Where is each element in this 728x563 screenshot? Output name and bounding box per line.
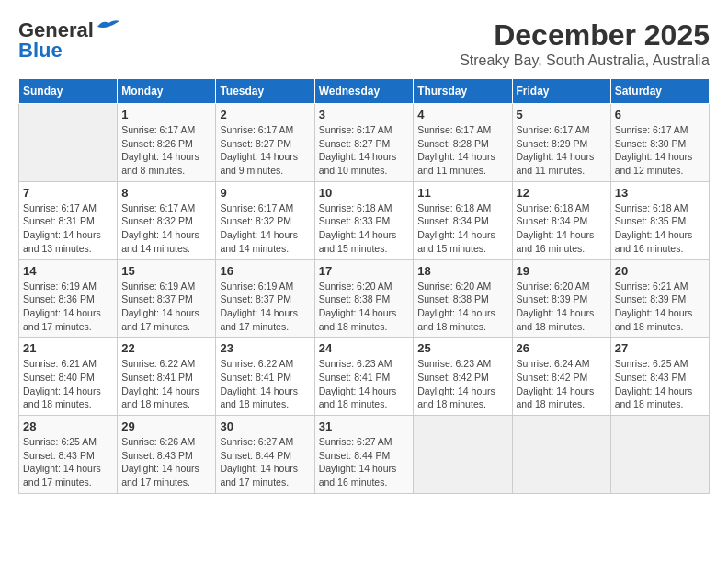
- calendar-cell: 2Sunrise: 6:17 AMSunset: 8:27 PMDaylight…: [216, 104, 314, 182]
- day-info: Sunrise: 6:26 AMSunset: 8:43 PMDaylight:…: [121, 435, 211, 489]
- day-number: 20: [615, 264, 705, 278]
- calendar-cell: 27Sunrise: 6:25 AMSunset: 8:43 PMDayligh…: [610, 338, 709, 416]
- calendar-body: 1Sunrise: 6:17 AMSunset: 8:26 PMDaylight…: [19, 104, 710, 494]
- calendar-cell: 29Sunrise: 6:26 AMSunset: 8:43 PMDayligh…: [118, 416, 216, 494]
- logo-bird-icon: [96, 17, 121, 36]
- header-cell-friday: Friday: [512, 79, 610, 104]
- day-number: 15: [121, 264, 211, 278]
- day-number: 17: [319, 264, 410, 278]
- calendar-cell: 8Sunrise: 6:17 AMSunset: 8:32 PMDaylight…: [118, 181, 216, 259]
- day-info: Sunrise: 6:23 AMSunset: 8:42 PMDaylight:…: [417, 357, 507, 411]
- day-number: 23: [220, 341, 310, 355]
- day-number: 7: [23, 186, 113, 200]
- header-cell-thursday: Thursday: [414, 79, 512, 104]
- day-info: Sunrise: 6:18 AMSunset: 8:33 PMDaylight:…: [319, 201, 410, 256]
- day-info: Sunrise: 6:24 AMSunset: 8:42 PMDaylight:…: [517, 357, 607, 411]
- calendar-cell: 22Sunrise: 6:22 AMSunset: 8:41 PMDayligh…: [118, 338, 216, 416]
- day-info: Sunrise: 6:17 AMSunset: 8:28 PMDaylight:…: [417, 123, 507, 178]
- calendar-cell: 21Sunrise: 6:21 AMSunset: 8:40 PMDayligh…: [19, 338, 118, 416]
- calendar-title: December 2025: [460, 18, 710, 52]
- week-row-5: 28Sunrise: 6:25 AMSunset: 8:43 PMDayligh…: [19, 416, 710, 494]
- day-number: 18: [417, 264, 507, 278]
- day-number: 29: [121, 419, 211, 433]
- calendar-header: SundayMondayTuesdayWednesdayThursdayFrid…: [19, 79, 710, 104]
- day-number: 9: [220, 186, 310, 200]
- day-number: 14: [23, 264, 113, 278]
- logo: General Blue: [18, 18, 121, 63]
- calendar-cell: [414, 416, 512, 494]
- day-number: 30: [220, 419, 310, 433]
- day-number: 8: [121, 186, 211, 200]
- calendar-subtitle: Streaky Bay, South Australia, Australia: [460, 52, 710, 69]
- calendar-cell: 5Sunrise: 6:17 AMSunset: 8:29 PMDaylight…: [512, 104, 610, 182]
- calendar-cell: 6Sunrise: 6:17 AMSunset: 8:30 PMDaylight…: [610, 104, 709, 182]
- day-info: Sunrise: 6:22 AMSunset: 8:41 PMDaylight:…: [121, 357, 211, 411]
- day-info: Sunrise: 6:18 AMSunset: 8:34 PMDaylight:…: [417, 201, 507, 256]
- day-number: 4: [417, 108, 507, 121]
- day-number: 25: [417, 341, 507, 355]
- day-info: Sunrise: 6:17 AMSunset: 8:29 PMDaylight:…: [517, 123, 607, 178]
- week-row-2: 7Sunrise: 6:17 AMSunset: 8:31 PMDaylight…: [19, 181, 710, 259]
- day-number: 1: [121, 108, 211, 121]
- day-number: 22: [121, 341, 211, 355]
- day-number: 10: [319, 186, 410, 200]
- title-block: December 2025 Streaky Bay, South Austral…: [460, 18, 710, 69]
- calendar-cell: 14Sunrise: 6:19 AMSunset: 8:36 PMDayligh…: [19, 259, 118, 338]
- header-row: SundayMondayTuesdayWednesdayThursdayFrid…: [19, 79, 710, 104]
- calendar-cell: 1Sunrise: 6:17 AMSunset: 8:26 PMDaylight…: [118, 104, 216, 182]
- day-info: Sunrise: 6:17 AMSunset: 8:26 PMDaylight:…: [121, 123, 211, 178]
- calendar-cell: 17Sunrise: 6:20 AMSunset: 8:38 PMDayligh…: [314, 259, 414, 338]
- day-info: Sunrise: 6:17 AMSunset: 8:31 PMDaylight:…: [23, 201, 113, 256]
- calendar-cell: 10Sunrise: 6:18 AMSunset: 8:33 PMDayligh…: [314, 181, 414, 259]
- calendar-cell: 30Sunrise: 6:27 AMSunset: 8:44 PMDayligh…: [216, 416, 314, 494]
- day-info: Sunrise: 6:27 AMSunset: 8:44 PMDaylight:…: [319, 435, 410, 489]
- calendar-cell: 15Sunrise: 6:19 AMSunset: 8:37 PMDayligh…: [118, 259, 216, 338]
- day-info: Sunrise: 6:20 AMSunset: 8:38 PMDaylight:…: [319, 280, 410, 334]
- day-number: 2: [220, 108, 310, 121]
- day-number: 27: [615, 341, 705, 355]
- day-info: Sunrise: 6:25 AMSunset: 8:43 PMDaylight:…: [23, 435, 113, 489]
- day-info: Sunrise: 6:21 AMSunset: 8:39 PMDaylight:…: [615, 280, 705, 334]
- day-info: Sunrise: 6:19 AMSunset: 8:36 PMDaylight:…: [23, 280, 113, 334]
- calendar-cell: [512, 416, 610, 494]
- day-info: Sunrise: 6:18 AMSunset: 8:35 PMDaylight:…: [615, 201, 705, 256]
- calendar-cell: 25Sunrise: 6:23 AMSunset: 8:42 PMDayligh…: [414, 338, 512, 416]
- day-info: Sunrise: 6:20 AMSunset: 8:39 PMDaylight:…: [517, 280, 607, 334]
- calendar-cell: 4Sunrise: 6:17 AMSunset: 8:28 PMDaylight…: [414, 104, 512, 182]
- day-number: 24: [319, 341, 410, 355]
- day-info: Sunrise: 6:17 AMSunset: 8:32 PMDaylight:…: [121, 201, 211, 256]
- day-info: Sunrise: 6:18 AMSunset: 8:34 PMDaylight:…: [517, 201, 607, 256]
- calendar-cell: 13Sunrise: 6:18 AMSunset: 8:35 PMDayligh…: [610, 181, 709, 259]
- calendar-cell: 11Sunrise: 6:18 AMSunset: 8:34 PMDayligh…: [414, 181, 512, 259]
- day-info: Sunrise: 6:19 AMSunset: 8:37 PMDaylight:…: [220, 280, 310, 334]
- calendar-cell: 31Sunrise: 6:27 AMSunset: 8:44 PMDayligh…: [314, 416, 414, 494]
- calendar-cell: 26Sunrise: 6:24 AMSunset: 8:42 PMDayligh…: [512, 338, 610, 416]
- day-info: Sunrise: 6:27 AMSunset: 8:44 PMDaylight:…: [220, 435, 310, 489]
- calendar-cell: 24Sunrise: 6:23 AMSunset: 8:41 PMDayligh…: [314, 338, 414, 416]
- day-info: Sunrise: 6:21 AMSunset: 8:40 PMDaylight:…: [23, 357, 113, 411]
- header-cell-monday: Monday: [118, 79, 216, 104]
- day-number: 31: [319, 419, 410, 433]
- day-info: Sunrise: 6:25 AMSunset: 8:43 PMDaylight:…: [615, 357, 705, 411]
- calendar-cell: 23Sunrise: 6:22 AMSunset: 8:41 PMDayligh…: [216, 338, 314, 416]
- week-row-1: 1Sunrise: 6:17 AMSunset: 8:26 PMDaylight…: [19, 104, 710, 182]
- day-info: Sunrise: 6:19 AMSunset: 8:37 PMDaylight:…: [121, 280, 211, 334]
- day-number: 28: [23, 419, 113, 433]
- day-number: 3: [319, 108, 410, 121]
- header-cell-wednesday: Wednesday: [314, 79, 414, 104]
- day-number: 6: [615, 108, 705, 121]
- header-cell-sunday: Sunday: [19, 79, 118, 104]
- calendar-cell: 12Sunrise: 6:18 AMSunset: 8:34 PMDayligh…: [512, 181, 610, 259]
- day-info: Sunrise: 6:22 AMSunset: 8:41 PMDaylight:…: [220, 357, 310, 411]
- calendar-cell: 28Sunrise: 6:25 AMSunset: 8:43 PMDayligh…: [19, 416, 118, 494]
- week-row-3: 14Sunrise: 6:19 AMSunset: 8:36 PMDayligh…: [19, 259, 710, 338]
- day-number: 5: [517, 108, 607, 121]
- day-number: 26: [517, 341, 607, 355]
- calendar-cell: [19, 104, 118, 182]
- day-info: Sunrise: 6:17 AMSunset: 8:32 PMDaylight:…: [220, 201, 310, 256]
- calendar-cell: 9Sunrise: 6:17 AMSunset: 8:32 PMDaylight…: [216, 181, 314, 259]
- day-info: Sunrise: 6:17 AMSunset: 8:30 PMDaylight:…: [615, 123, 705, 178]
- calendar-cell: 19Sunrise: 6:20 AMSunset: 8:39 PMDayligh…: [512, 259, 610, 338]
- calendar-table: SundayMondayTuesdayWednesdayThursdayFrid…: [18, 78, 710, 494]
- calendar-cell: 3Sunrise: 6:17 AMSunset: 8:27 PMDaylight…: [314, 104, 414, 182]
